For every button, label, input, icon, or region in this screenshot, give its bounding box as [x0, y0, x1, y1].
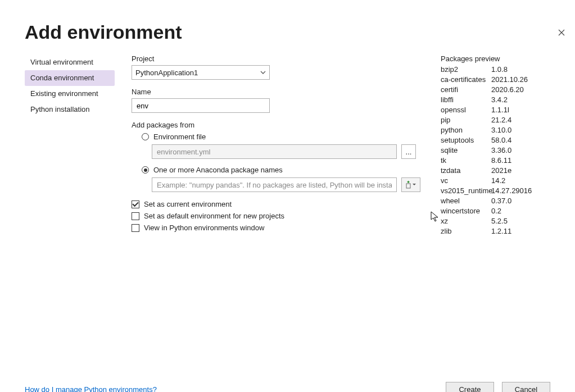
name-input[interactable]: [135, 101, 266, 111]
package-version: 1.0.8: [491, 65, 508, 74]
package-version: 0.37.0: [491, 197, 511, 205]
dialog-title: Add environment: [25, 21, 550, 43]
package-row: openssl1.1.1l: [441, 106, 550, 114]
package-name: sqlite: [441, 146, 491, 154]
package-name: pip: [441, 116, 491, 124]
package-row: tzdata2021e: [441, 166, 550, 175]
package-version: 14.27.29016: [491, 186, 532, 195]
package-names-input[interactable]: [156, 180, 393, 190]
package-name: vc: [441, 176, 491, 185]
package-row: bzip21.0.8: [441, 65, 550, 74]
package-row: zlib1.2.11: [441, 227, 550, 235]
package-row: wincertstore0.2: [441, 207, 550, 215]
package-name: setuptools: [441, 136, 491, 144]
package-row: wheel0.37.0: [441, 197, 550, 205]
add-package-icon: [406, 180, 416, 189]
close-icon: [558, 29, 565, 36]
package-version: 8.6.11: [491, 156, 511, 165]
checkbox-set-default-label: Set as default environment for new proje…: [144, 212, 284, 220]
package-row: xz5.2.5: [441, 217, 550, 225]
package-name: vs2015_runtime: [441, 186, 491, 195]
project-select-value: PythonApplication1: [135, 69, 198, 77]
package-name: zlib: [441, 227, 491, 235]
checkbox-set-current[interactable]: [132, 200, 139, 208]
package-name: xz: [441, 217, 491, 225]
package-version: 2020.6.20: [491, 85, 524, 94]
package-name: libffi: [441, 95, 491, 104]
radio-environment-file-label: Environment file: [153, 133, 206, 141]
package-version: 14.2: [491, 176, 505, 185]
cancel-button[interactable]: Cancel: [502, 382, 550, 392]
package-name: wheel: [441, 197, 491, 205]
package-version: 1.1.1l: [491, 106, 509, 114]
radio-environment-file[interactable]: [142, 133, 149, 140]
package-version: 3.10.0: [491, 126, 511, 134]
sidebar: Virtual environmentConda environmentExis…: [25, 54, 115, 235]
help-link[interactable]: How do I manage Python environments?: [25, 385, 157, 393]
package-version: 21.2.4: [491, 116, 511, 124]
project-label: Project: [132, 54, 424, 63]
package-name: tzdata: [441, 166, 491, 175]
packages-preview-panel: Packages preview bzip21.0.8ca-certificat…: [441, 54, 550, 235]
package-row: pip21.2.4: [441, 116, 550, 124]
checkbox-view-window[interactable]: [132, 224, 139, 232]
environment-file-input: [156, 147, 393, 157]
package-row: setuptools58.0.4: [441, 136, 550, 144]
package-version: 2021.10.26: [491, 75, 528, 84]
close-button[interactable]: [556, 27, 567, 38]
package-row: vc14.2: [441, 176, 550, 185]
name-label: Name: [132, 88, 424, 96]
browse-environment-file-button[interactable]: ...: [401, 144, 416, 159]
package-version: 1.2.11: [491, 227, 511, 235]
form-area: Project PythonApplication1 Name Add pack…: [132, 54, 424, 235]
environment-file-input-wrap: [152, 144, 397, 159]
package-row: ca-certificates2021.10.26: [441, 75, 550, 84]
packages-list: bzip21.0.8ca-certificates2021.10.26certi…: [441, 65, 550, 235]
package-row: tk8.6.11: [441, 156, 550, 165]
package-version: 3.4.2: [491, 95, 508, 104]
project-select[interactable]: PythonApplication1: [132, 65, 270, 80]
package-name: wincertstore: [441, 207, 491, 215]
package-name: openssl: [441, 106, 491, 114]
checkbox-set-current-label: Set as current environment: [144, 200, 232, 208]
sidebar-item-python-installation[interactable]: Python installation: [25, 102, 115, 117]
package-version: 2021e: [491, 166, 511, 175]
add-packages-label: Add packages from: [132, 121, 424, 129]
package-row: libffi3.4.2: [441, 95, 550, 104]
package-row: sqlite3.36.0: [441, 146, 550, 154]
svg-rect-0: [406, 184, 410, 188]
radio-package-names-label: One or more Anaconda package names: [153, 166, 283, 174]
name-input-wrap: [132, 98, 270, 113]
add-environment-dialog: Add environment Virtual environmentConda…: [0, 21, 575, 392]
package-row: vs2015_runtime14.27.29016: [441, 186, 550, 195]
checkbox-view-window-label: View in Python environments window: [144, 224, 264, 232]
package-name: ca-certificates: [441, 75, 491, 84]
package-add-dropdown-button[interactable]: [401, 177, 420, 192]
package-version: 5.2.5: [491, 217, 508, 225]
sidebar-item-virtual-environment[interactable]: Virtual environment: [25, 54, 115, 70]
checkbox-set-default[interactable]: [132, 212, 139, 220]
package-name: bzip2: [441, 65, 491, 74]
package-row: certifi2020.6.20: [441, 85, 550, 94]
radio-package-names[interactable]: [142, 166, 149, 174]
package-name: certifi: [441, 85, 491, 94]
sidebar-item-conda-environment[interactable]: Conda environment: [25, 70, 115, 86]
package-row: python3.10.0: [441, 126, 550, 134]
package-name: tk: [441, 156, 491, 165]
packages-preview-header: Packages preview: [441, 54, 550, 63]
package-name: python: [441, 126, 491, 134]
package-version: 58.0.4: [491, 136, 511, 144]
package-names-input-wrap: [152, 177, 397, 192]
chevron-down-icon: [260, 70, 266, 75]
package-version: 3.36.0: [491, 146, 511, 154]
create-button[interactable]: Create: [446, 382, 494, 392]
sidebar-item-existing-environment[interactable]: Existing environment: [25, 86, 115, 102]
package-version: 0.2: [491, 207, 501, 215]
